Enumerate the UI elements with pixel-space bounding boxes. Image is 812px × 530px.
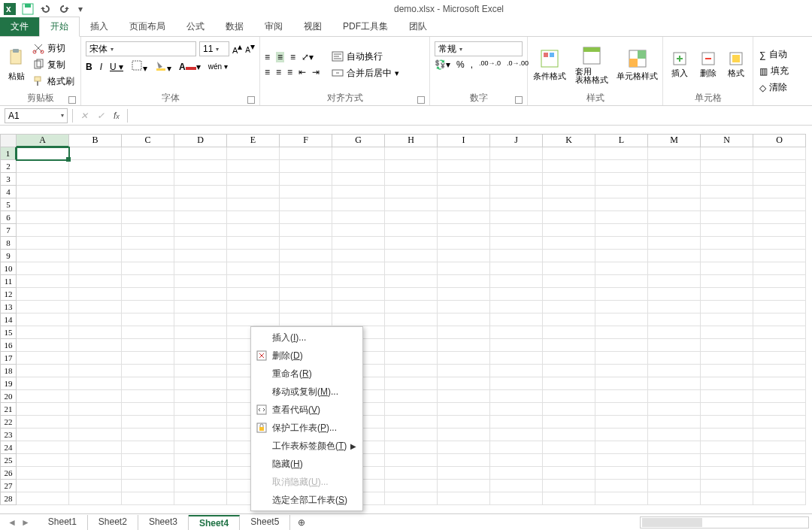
cell[interactable] bbox=[543, 377, 595, 390]
cell[interactable] bbox=[174, 211, 227, 224]
cell[interactable] bbox=[17, 441, 69, 454]
cell[interactable] bbox=[753, 492, 806, 505]
column-header[interactable]: H bbox=[385, 134, 438, 147]
row-header[interactable]: 9 bbox=[0, 250, 17, 262]
cell[interactable] bbox=[701, 313, 753, 326]
cell[interactable] bbox=[701, 288, 753, 301]
cell[interactable] bbox=[280, 211, 332, 224]
cell[interactable] bbox=[332, 313, 385, 326]
cell[interactable] bbox=[701, 173, 753, 186]
decrease-decimal-icon[interactable]: .0→.00 bbox=[507, 59, 529, 70]
cell[interactable] bbox=[490, 186, 543, 198]
cell[interactable] bbox=[385, 173, 438, 186]
cell[interactable] bbox=[753, 147, 806, 160]
cell[interactable] bbox=[122, 429, 174, 441]
currency-icon[interactable]: 💱▾ bbox=[435, 59, 450, 70]
cell[interactable] bbox=[595, 480, 648, 492]
row-header[interactable]: 2 bbox=[0, 160, 17, 173]
cell[interactable] bbox=[648, 377, 701, 390]
ribbon-tab[interactable]: PDF工具集 bbox=[332, 17, 398, 36]
cell[interactable] bbox=[595, 403, 648, 416]
cell[interactable] bbox=[490, 262, 543, 275]
ribbon-tab[interactable]: 插入 bbox=[80, 17, 119, 36]
cell[interactable] bbox=[122, 173, 174, 186]
font-name-select[interactable]: 宋体▾ bbox=[86, 41, 196, 56]
cell[interactable] bbox=[174, 198, 227, 211]
sheet-tab[interactable]: Sheet3 bbox=[138, 515, 189, 530]
cell[interactable] bbox=[227, 211, 280, 224]
cell[interactable] bbox=[753, 275, 806, 288]
cell[interactable] bbox=[595, 441, 648, 454]
cell[interactable] bbox=[280, 288, 332, 301]
cell[interactable] bbox=[438, 224, 490, 237]
cell[interactable] bbox=[648, 211, 701, 224]
more-commands-icon[interactable]: ▾ bbox=[75, 4, 86, 14]
cell[interactable] bbox=[490, 352, 543, 365]
cell[interactable] bbox=[595, 160, 648, 173]
cell[interactable] bbox=[490, 211, 543, 224]
cell[interactable] bbox=[595, 339, 648, 352]
column-header[interactable]: B bbox=[69, 134, 122, 147]
cell[interactable] bbox=[17, 390, 69, 403]
cell[interactable] bbox=[385, 211, 438, 224]
cell[interactable] bbox=[227, 186, 280, 198]
cell[interactable] bbox=[69, 326, 122, 339]
cell[interactable] bbox=[648, 186, 701, 198]
cell[interactable] bbox=[332, 160, 385, 173]
cell[interactable] bbox=[385, 352, 438, 365]
cell[interactable] bbox=[701, 377, 753, 390]
cell[interactable] bbox=[648, 237, 701, 250]
row-header[interactable]: 27 bbox=[0, 480, 17, 492]
cell[interactable] bbox=[543, 262, 595, 275]
sheet-tab[interactable]: Sheet5 bbox=[240, 515, 290, 530]
cell[interactable] bbox=[648, 467, 701, 480]
cell[interactable] bbox=[438, 377, 490, 390]
cell[interactable] bbox=[174, 326, 227, 339]
border-button[interactable]: ▾ bbox=[131, 59, 147, 74]
cell[interactable] bbox=[17, 326, 69, 339]
context-menu-item[interactable]: 隐藏(H) bbox=[251, 455, 362, 473]
cell[interactable] bbox=[332, 275, 385, 288]
cell[interactable] bbox=[543, 313, 595, 326]
cell[interactable] bbox=[227, 301, 280, 313]
cell[interactable] bbox=[438, 288, 490, 301]
cell[interactable] bbox=[543, 326, 595, 339]
comma-icon[interactable]: , bbox=[471, 59, 473, 70]
cell[interactable] bbox=[648, 352, 701, 365]
cell[interactable] bbox=[17, 454, 69, 467]
cell[interactable] bbox=[648, 403, 701, 416]
cell[interactable] bbox=[332, 237, 385, 250]
underline-button[interactable]: U ▾ bbox=[110, 62, 123, 72]
cell[interactable] bbox=[17, 429, 69, 441]
cell[interactable] bbox=[438, 492, 490, 505]
cell[interactable] bbox=[122, 403, 174, 416]
cell[interactable] bbox=[701, 147, 753, 160]
column-header[interactable]: I bbox=[438, 134, 490, 147]
cell[interactable] bbox=[701, 262, 753, 275]
cell[interactable] bbox=[332, 262, 385, 275]
row-header[interactable]: 22 bbox=[0, 416, 17, 429]
cell[interactable] bbox=[385, 147, 438, 160]
cell[interactable] bbox=[753, 339, 806, 352]
save-icon[interactable] bbox=[21, 2, 35, 16]
cell[interactable] bbox=[122, 377, 174, 390]
cell[interactable] bbox=[385, 262, 438, 275]
cell[interactable] bbox=[122, 416, 174, 429]
cell[interactable] bbox=[701, 250, 753, 262]
cell[interactable] bbox=[332, 173, 385, 186]
cell[interactable] bbox=[595, 429, 648, 441]
cell[interactable] bbox=[595, 211, 648, 224]
cell[interactable] bbox=[17, 480, 69, 492]
cell[interactable] bbox=[490, 326, 543, 339]
cell[interactable] bbox=[174, 390, 227, 403]
cell[interactable] bbox=[701, 186, 753, 198]
name-box[interactable]: A1▾ bbox=[5, 108, 68, 123]
indent-decrease-icon[interactable]: ⇤ bbox=[298, 67, 306, 77]
ribbon-tab[interactable]: 页面布局 bbox=[119, 17, 176, 36]
cell[interactable] bbox=[648, 224, 701, 237]
cell[interactable] bbox=[595, 352, 648, 365]
cell[interactable] bbox=[69, 160, 122, 173]
cell[interactable] bbox=[648, 147, 701, 160]
cell[interactable] bbox=[122, 365, 174, 377]
align-bottom-icon[interactable]: ≡ bbox=[290, 52, 295, 62]
